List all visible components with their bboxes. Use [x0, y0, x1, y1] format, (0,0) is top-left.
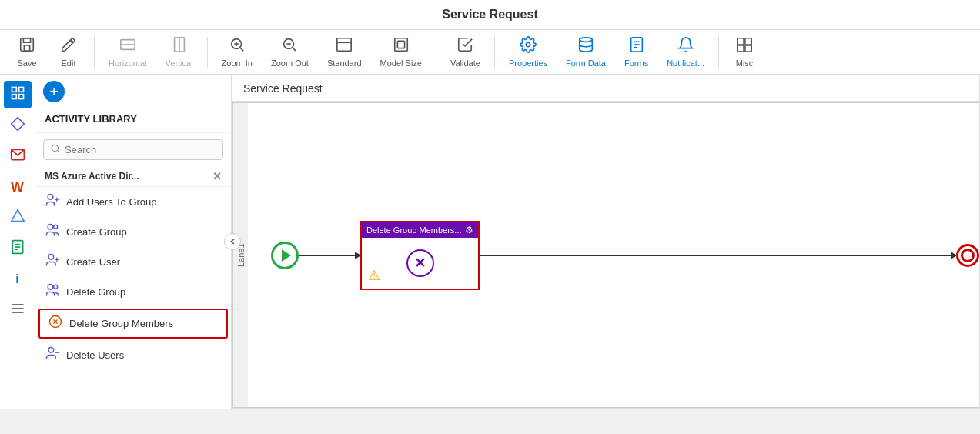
svg-line-10	[240, 48, 243, 51]
activity-list: Add Users To Group Create Group Create U…	[35, 187, 231, 370]
activity-delete-group-members[interactable]: Delete Group Members	[38, 309, 228, 339]
toolbar-save[interactable]: Save	[8, 33, 46, 71]
drive-icon	[10, 209, 25, 228]
svg-point-19	[580, 38, 593, 42]
zoomout-icon	[281, 36, 298, 57]
rail-lines[interactable]	[4, 296, 32, 324]
start-node[interactable]	[271, 242, 299, 269]
canvas-area[interactable]: Service Request Lane1	[232, 75, 980, 409]
sidebar-header: ACTIVITY LIBRARY	[35, 105, 231, 133]
search-box[interactable]	[43, 139, 223, 160]
rail-drive[interactable]	[4, 204, 32, 232]
svg-rect-24	[738, 38, 744, 45]
envelope-icon	[10, 147, 25, 166]
toolbar-sep-1	[94, 37, 95, 68]
svg-rect-2	[24, 45, 29, 51]
svg-point-57	[48, 348, 54, 353]
toolbar-properties[interactable]: Properties	[501, 33, 555, 71]
toolbar-sep-2	[207, 37, 208, 68]
collapse-sidebar-button[interactable]	[224, 233, 241, 250]
toolbar-edit[interactable]: Edit	[49, 33, 88, 71]
svg-rect-27	[745, 45, 751, 52]
activity-create-user[interactable]: Create User	[35, 247, 231, 277]
toolbar-misc[interactable]: Misc	[725, 33, 764, 71]
svg-rect-0	[21, 38, 34, 52]
create-user-icon	[45, 252, 60, 272]
activity-delete-group[interactable]: Delete Group	[35, 277, 231, 307]
svg-marker-32	[11, 117, 24, 130]
start-play-icon	[282, 249, 291, 262]
toolbar-zoomout[interactable]: Zoom Out	[263, 33, 316, 71]
svg-point-49	[48, 255, 54, 260]
svg-rect-25	[745, 38, 751, 45]
flow-area: Delete Group Members... ⚙ ✕ ⚠	[248, 102, 979, 408]
search-icon	[50, 143, 61, 156]
svg-rect-14	[337, 38, 351, 52]
activity-delete-users[interactable]: Delete Users	[35, 340, 231, 370]
svg-rect-16	[394, 38, 407, 52]
svg-point-52	[48, 285, 53, 290]
svg-point-44	[48, 195, 53, 200]
lines-icon	[10, 301, 25, 320]
rail-diamond[interactable]	[4, 112, 32, 139]
toolbar-standard[interactable]: Standard	[319, 33, 370, 71]
node-gear-icon[interactable]: ⚙	[465, 225, 473, 235]
canvas-title: Service Request	[232, 75, 979, 102]
icon-rail: W i	[0, 75, 35, 409]
svg-point-48	[54, 225, 58, 229]
toolbar-validate[interactable]: Validate	[443, 33, 488, 71]
ms-azure-label: MS Azure Active Dir... ✕	[35, 166, 231, 187]
formdata-icon	[577, 36, 594, 57]
flow-arrow-2	[480, 255, 956, 256]
delete-group-members-icon	[48, 314, 63, 333]
svg-point-53	[54, 285, 58, 289]
docs-icon	[10, 239, 25, 259]
rail-office[interactable]: W	[4, 173, 32, 201]
toolbar-horizontal[interactable]: Horizontal	[101, 33, 155, 71]
svg-rect-17	[397, 41, 404, 48]
integrify-icon: i	[15, 272, 18, 286]
save-icon	[18, 36, 35, 57]
svg-point-42	[52, 145, 58, 151]
svg-marker-34	[11, 209, 24, 221]
grid-icon	[10, 85, 25, 105]
rail-docs[interactable]	[4, 235, 32, 262]
search-input[interactable]	[65, 144, 216, 155]
toolbar: Save Edit Horizontal Vertical Zoom In Zo…	[0, 30, 980, 75]
horizontal-icon	[119, 36, 136, 57]
activity-node[interactable]: Delete Group Members... ⚙ ✕ ⚠	[360, 221, 480, 290]
svg-rect-1	[23, 38, 30, 43]
add-activity-button[interactable]: +	[43, 81, 65, 102]
activity-add-users[interactable]: Add Users To Group	[35, 187, 231, 217]
canvas-inner: Service Request Lane1	[232, 75, 980, 409]
activity-create-group[interactable]: Create Group	[35, 217, 231, 247]
svg-point-47	[48, 225, 53, 230]
forms-icon	[628, 36, 645, 57]
toolbar-forms[interactable]: Forms	[617, 33, 656, 71]
vertical-icon	[171, 36, 188, 57]
page-title: Service Request	[0, 0, 980, 30]
node-body: ✕ ⚠	[362, 238, 478, 289]
end-stop-icon	[961, 249, 975, 262]
svg-line-43	[58, 151, 60, 153]
toolbar-formdata[interactable]: Form Data	[558, 33, 614, 71]
end-node[interactable]	[956, 244, 979, 267]
toolbar-sep-5	[718, 37, 719, 68]
svg-rect-29	[18, 87, 23, 92]
properties-icon	[520, 36, 537, 57]
rail-envelope[interactable]	[4, 142, 32, 170]
svg-rect-30	[12, 94, 16, 98]
notifications-icon	[677, 36, 694, 57]
toolbar-vertical[interactable]: Vertical	[158, 33, 201, 71]
toolbar-zoomin[interactable]: Zoom In	[214, 33, 260, 71]
modelsize-icon	[393, 36, 410, 57]
close-ms-azure-button[interactable]: ✕	[212, 170, 222, 182]
toolbar-notifications[interactable]: Notificat...	[659, 33, 712, 71]
create-group-icon	[45, 222, 60, 242]
rail-grid[interactable]	[4, 81, 32, 108]
toolbar-modelsize[interactable]: Model Size	[373, 33, 430, 71]
rail-integrify[interactable]: i	[4, 265, 32, 293]
sidebar: + ACTIVITY LIBRARY MS Azure Active Dir..…	[35, 75, 232, 409]
svg-rect-26	[738, 45, 744, 52]
svg-rect-28	[12, 87, 16, 92]
